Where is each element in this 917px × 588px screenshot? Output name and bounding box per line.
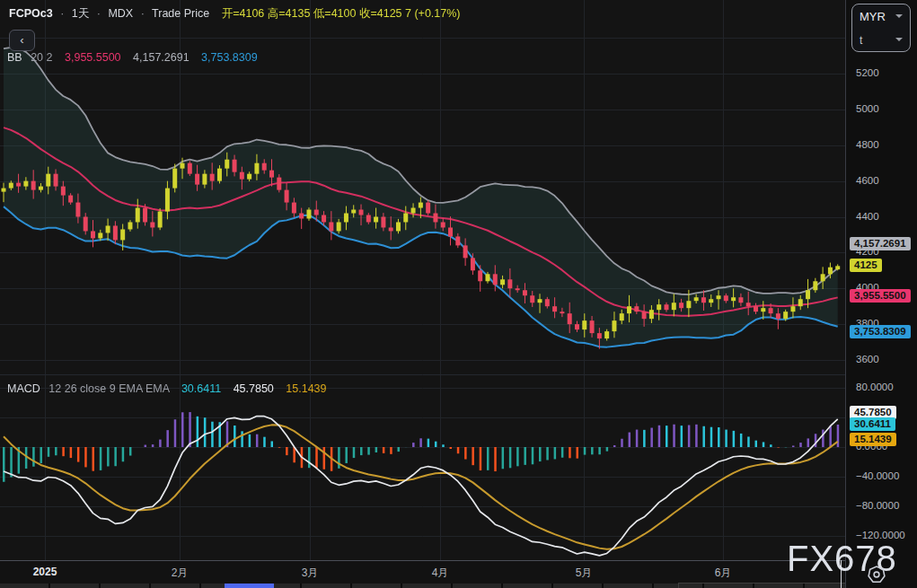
back-chevron-icon: ‹ bbox=[20, 33, 23, 47]
price-tick: 4600 bbox=[856, 175, 879, 186]
time-axis-year-label: 2025 bbox=[18, 566, 72, 578]
bb-upper-value: 4,157.2691 bbox=[133, 51, 190, 64]
strip-highlight-segment[interactable] bbox=[225, 584, 274, 588]
time-axis-month-label: 5月 bbox=[557, 566, 611, 581]
macd-line-value: 45.7850 bbox=[234, 382, 274, 395]
price-tick: 3600 bbox=[856, 354, 879, 364]
macd-indicator-legend[interactable]: MACD 12 26 close 9 EMA EMA 30.6411 45.78… bbox=[7, 382, 327, 395]
macd-badge: 30.6411 bbox=[850, 417, 895, 431]
price-badge: 4125 bbox=[850, 259, 882, 272]
back-button[interactable]: ‹ bbox=[9, 30, 35, 51]
price-axis-pane[interactable]: MYR t 5200500048004600440042004000380036… bbox=[845, 0, 917, 588]
currency-dropdown[interactable]: MYR bbox=[852, 4, 910, 28]
bb-params: 20 2 bbox=[31, 51, 52, 64]
trading-chart-window: FCPOc3 · 1天 · MDX · Trade Price 开=4106 高… bbox=[0, 0, 917, 588]
interval-label[interactable]: 1天 bbox=[72, 7, 89, 20]
symbol-name[interactable]: FCPOc3 bbox=[9, 7, 53, 20]
price-tick: 5000 bbox=[856, 103, 879, 114]
series-type-label: Trade Price bbox=[152, 7, 209, 20]
bb-middle-value: 3,955.5500 bbox=[65, 51, 121, 64]
separator: · bbox=[60, 7, 64, 20]
currency-unit-box: MYR t bbox=[851, 4, 911, 52]
price-badge: 3,753.8309 bbox=[850, 325, 911, 338]
macd-badge: 15.1439 bbox=[850, 433, 896, 446]
macd-name: MACD bbox=[7, 382, 40, 395]
ohlc-readout: 开=4106 高=4135 低=4100 收=4125 7 (+0.17%) bbox=[222, 7, 461, 20]
unit-value: t bbox=[860, 34, 862, 47]
price-tick: 4800 bbox=[856, 139, 879, 150]
time-axis[interactable]: 20252月3月4月5月6月 bbox=[0, 560, 845, 584]
currency-value: MYR bbox=[860, 10, 886, 23]
macd-params: 12 26 close 9 EMA EMA bbox=[48, 382, 169, 395]
macd-signal-value: 15.1439 bbox=[286, 382, 326, 395]
bb-lower-value: 3,753.8309 bbox=[201, 51, 258, 64]
macd-hist-value: 30.6411 bbox=[181, 382, 221, 395]
price-badge: 3,955.5500 bbox=[850, 289, 911, 303]
symbol-header: FCPOc3 · 1天 · MDX · Trade Price 开=4106 高… bbox=[9, 6, 461, 22]
bb-name: BB bbox=[7, 51, 22, 64]
macd-tick: 80.0000 bbox=[856, 382, 894, 392]
bb-indicator-legend[interactable]: BB 20 2 3,955.5500 4,157.2691 3,753.8309 bbox=[7, 51, 258, 64]
macd-tick: −40.0000 bbox=[856, 470, 899, 481]
time-axis-month-label: 3月 bbox=[283, 566, 337, 581]
settings-gear-icon[interactable] bbox=[868, 566, 886, 584]
separator: · bbox=[141, 7, 145, 20]
exchange-label: MDX bbox=[108, 7, 133, 20]
price-badge: 4,157.2691 bbox=[850, 237, 911, 250]
separator: · bbox=[97, 7, 101, 20]
price-chart-canvas[interactable] bbox=[0, 0, 845, 560]
chevron-down-icon bbox=[895, 38, 903, 41]
time-axis-month-label: 4月 bbox=[413, 566, 467, 581]
time-axis-month-label: 2月 bbox=[153, 566, 207, 581]
chevron-down-icon bbox=[895, 14, 903, 18]
unit-dropdown[interactable]: t bbox=[852, 28, 910, 51]
macd-tick: −80.0000 bbox=[856, 500, 899, 511]
price-tick: 5200 bbox=[856, 67, 879, 78]
price-tick: 4400 bbox=[856, 211, 879, 222]
time-axis-month-label: 6月 bbox=[696, 566, 750, 581]
